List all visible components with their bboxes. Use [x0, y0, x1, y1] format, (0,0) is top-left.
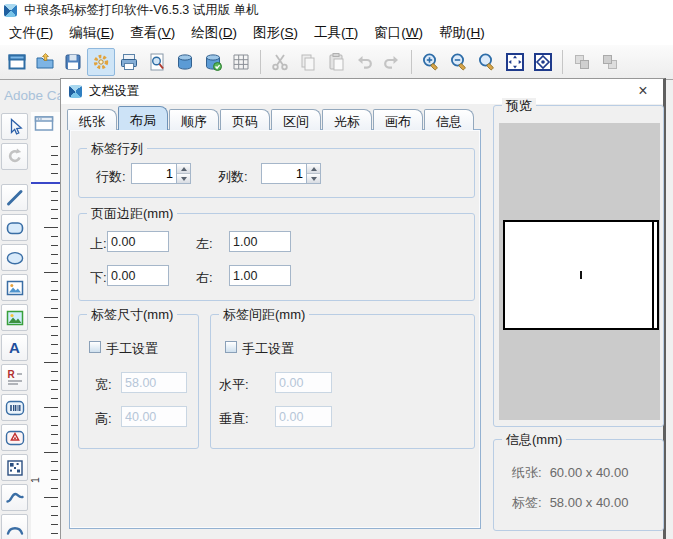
vertical-ruler: 1 [31, 112, 60, 539]
menu-item-6[interactable]: 工具(T) [306, 21, 366, 45]
pdf417-tool-icon[interactable] [1, 424, 28, 451]
ellipse-tool-icon[interactable] [1, 244, 28, 271]
preview-label-edge-line [652, 222, 654, 328]
cols-label: 列数: [218, 168, 248, 186]
close-icon[interactable]: × [633, 81, 653, 101]
rounded-rect-tool-icon[interactable] [1, 214, 28, 241]
background-document-tab[interactable]: Adobe Ca [4, 88, 60, 103]
label-height-input[interactable] [121, 406, 187, 427]
dialog-tab-1[interactable]: 纸张 [67, 109, 117, 130]
text-tool-icon[interactable]: A [1, 334, 28, 361]
label-gap-manual-checkbox[interactable] [225, 341, 237, 353]
menu-item-4[interactable]: 绘图(D) [183, 21, 245, 45]
database-check-icon[interactable] [199, 48, 227, 76]
dialog-tab-3[interactable]: 顺序 [169, 109, 219, 130]
menu-item-2[interactable]: 编辑(E) [61, 21, 122, 45]
margin-top-input[interactable] [107, 231, 169, 252]
info-paper-label: 纸张: [512, 465, 542, 480]
gap-vertical-input[interactable] [275, 406, 332, 427]
gap-horizontal-input[interactable] [275, 372, 332, 393]
group-page-margins: 页面边距(mm) 上: 左: 下: 右: [78, 213, 475, 301]
bring-front-icon[interactable] [568, 48, 596, 76]
ruler-number: 1 [29, 477, 41, 483]
open-folder-icon[interactable] [31, 48, 59, 76]
label-width-input[interactable] [121, 372, 187, 393]
svg-text:R: R [7, 369, 15, 380]
dialog-tab-5[interactable]: 区间 [271, 109, 321, 130]
database-icon[interactable] [171, 48, 199, 76]
redo-icon[interactable] [378, 48, 406, 76]
dialog-icon [69, 85, 82, 98]
cut-icon[interactable] [266, 48, 294, 76]
send-back-icon[interactable] [596, 48, 624, 76]
ruler-ticks: 1 [31, 138, 60, 539]
print-preview-icon[interactable] [143, 48, 171, 76]
preview-group-title: 预览 [502, 98, 536, 113]
cols-input[interactable] [261, 163, 307, 184]
zoom-icon[interactable] [473, 48, 501, 76]
print-icon[interactable] [115, 48, 143, 76]
margin-left-label: 左: [196, 235, 213, 253]
preview-paper [503, 220, 659, 330]
rotate-tool-icon[interactable] [1, 143, 28, 170]
group-label-gap-title: 标签间距(mm) [219, 307, 309, 322]
rows-spin-up[interactable] [177, 164, 190, 173]
select-cursor-tool-icon[interactable] [1, 113, 28, 140]
rich-text-tool-icon[interactable]: R [1, 364, 28, 391]
toolbar-separator [411, 50, 412, 74]
cols-spinbox [261, 163, 321, 184]
titlebar: 中琅条码标签打印软件-V6.5.3 试用版 单机 [0, 0, 673, 20]
arc-tool-icon[interactable] [1, 514, 28, 539]
drawing-toolbar: AR [1, 113, 31, 539]
cols-spin-up[interactable] [307, 164, 320, 173]
margin-top-label: 上: [90, 235, 107, 253]
grid-icon[interactable] [227, 48, 255, 76]
info-group-title: 信息(mm) [502, 432, 566, 447]
margin-right-input[interactable] [229, 265, 291, 286]
curve-tool-icon[interactable] [1, 484, 28, 511]
label-size-manual-checkbox[interactable] [89, 341, 101, 353]
paste-icon[interactable] [322, 48, 350, 76]
zoom-in-icon[interactable] [417, 48, 445, 76]
menu-item-3[interactable]: 查看(V) [122, 21, 183, 45]
toolbar-separator [260, 50, 261, 74]
barcode-tool-icon[interactable] [1, 394, 28, 421]
ruler-indicator [31, 182, 60, 184]
dialog-tab-8[interactable]: 信息 [424, 109, 474, 130]
page-setup-gear-icon[interactable] [87, 48, 115, 76]
save-icon[interactable] [59, 48, 87, 76]
info-label-label: 标签: [512, 495, 542, 510]
dialog-titlebar: 文档设置 × [61, 79, 663, 104]
menu-item-8[interactable]: 帮助(H) [431, 21, 493, 45]
info-label-value: 58.00 x 40.00 [550, 495, 629, 510]
qrcode-tool-icon[interactable] [1, 454, 28, 481]
dialog-tab-6[interactable]: 光标 [322, 109, 372, 130]
menu-item-7[interactable]: 窗口(W) [366, 21, 431, 45]
fit-window-icon[interactable] [501, 48, 529, 76]
margin-bottom-input[interactable] [107, 265, 169, 286]
ruler-corner-icon[interactable] [32, 114, 56, 134]
layout-tab-panel: 标签行列 行数: 列数: 页面边距(mm) 上: 左: 下: [69, 129, 481, 529]
dialog-tab-4[interactable]: 页码 [220, 109, 270, 130]
app-window: 中琅条码标签打印软件-V6.5.3 试用版 单机 文件(F)编辑(E)查看(V)… [0, 0, 673, 539]
menu-item-1[interactable]: 文件(F) [1, 21, 61, 45]
dialog-tab-7[interactable]: 画布 [373, 109, 423, 130]
menu-item-5[interactable]: 图形(S) [245, 21, 306, 45]
group-label-size-title: 标签尺寸(mm) [87, 307, 177, 322]
image-tool-icon[interactable] [1, 304, 28, 331]
cols-spin-down[interactable] [307, 173, 320, 183]
undo-icon[interactable] [350, 48, 378, 76]
fit-full-icon[interactable] [529, 48, 557, 76]
zoom-out-icon[interactable] [445, 48, 473, 76]
rows-spin-down[interactable] [177, 173, 190, 183]
document-settings-dialog: 文档设置 × 纸张布局顺序页码区间光标画布信息 标签行列 行数: 列数: 页面边… [60, 78, 666, 539]
label-size-manual-label: 手工设置 [106, 340, 158, 358]
copy-icon[interactable] [294, 48, 322, 76]
new-window-icon[interactable] [3, 48, 31, 76]
line-tool-icon[interactable] [1, 184, 28, 211]
rows-input[interactable] [131, 163, 177, 184]
picture-tool-icon[interactable] [1, 274, 28, 301]
margin-left-input[interactable] [229, 231, 291, 252]
dialog-tab-2[interactable]: 布局 [118, 106, 168, 130]
info-paper-value: 60.00 x 40.00 [550, 465, 629, 480]
